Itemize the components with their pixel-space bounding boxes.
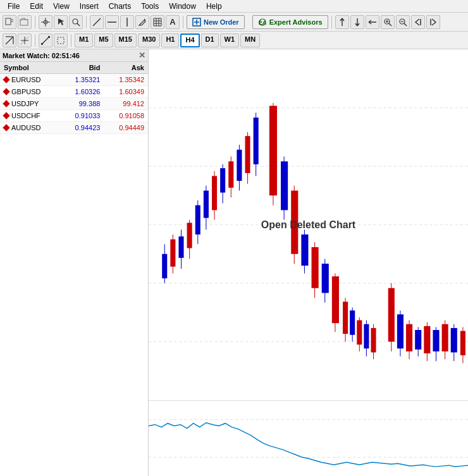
svg-line-39 [404, 23, 407, 26]
open-btn[interactable] [18, 15, 32, 29]
sep3 [183, 16, 183, 28]
ask-value: 1.35342 [104, 74, 148, 86]
svg-rect-97 [343, 302, 348, 334]
chart-nav-btn1[interactable] [335, 15, 349, 29]
bid-value: 0.94423 [60, 122, 104, 134]
tf-w1[interactable]: W1 [220, 34, 240, 47]
col-bid: Bid [60, 62, 104, 74]
bid-value: 1.35321 [60, 74, 104, 86]
main-content: Market Watch: 02:51:46 ✕ Symbol Bid Ask … [0, 49, 468, 476]
grid-btn[interactable] [151, 15, 164, 29]
menu-help[interactable]: Help [201, 1, 227, 12]
sep6 [71, 34, 71, 47]
symbol-icon [3, 112, 9, 119]
sep5 [35, 34, 35, 47]
chart-scroll-right[interactable] [426, 15, 440, 29]
menu-charts[interactable]: Charts [104, 1, 136, 12]
tf-mn[interactable]: MN [240, 34, 260, 47]
svg-rect-107 [388, 288, 395, 342]
line-btn[interactable] [90, 15, 104, 29]
svg-rect-63 [178, 236, 183, 258]
svg-text:EA: EA [258, 20, 266, 26]
svg-rect-123 [460, 331, 465, 356]
market-watch-title: Market Watch: 02:51:46 [3, 52, 80, 59]
chart-nav-btn2[interactable] [350, 15, 364, 29]
svg-rect-77 [237, 150, 242, 181]
cursor-btn[interactable] [3, 34, 16, 47]
symbol-name: USDCHF [11, 112, 40, 119]
menu-insert[interactable]: Insert [75, 1, 104, 12]
market-watch-row[interactable]: USDJPY 99.388 99.412 [0, 98, 148, 110]
chart-scroll-left[interactable] [411, 15, 425, 29]
chart-main[interactable]: Open Deleted Chart [149, 49, 468, 400]
zoom-btn[interactable] [69, 15, 83, 29]
svg-line-43 [6, 37, 13, 44]
market-watch-row[interactable]: AUDUSD 0.94423 0.94449 [0, 122, 148, 134]
trendline-btn[interactable] [39, 34, 52, 47]
menu-edit[interactable]: Edit [25, 1, 48, 12]
zoom-in-btn[interactable] [381, 15, 395, 29]
menu-bar: File Edit View Insert Charts Tools Windo… [0, 0, 468, 13]
svg-rect-117 [433, 330, 439, 351]
col-symbol: Symbol [0, 62, 60, 74]
svg-rect-95 [332, 276, 339, 323]
zoom-out-btn[interactable] [396, 15, 410, 29]
select-btn[interactable] [54, 34, 68, 47]
expert-advisors-button[interactable]: EA Expert Advisors [252, 15, 328, 29]
symbol-name: EURUSD [11, 76, 40, 83]
menu-window[interactable]: Window [164, 1, 201, 12]
market-watch-row[interactable]: USDCHF 0.91033 0.91058 [0, 110, 148, 122]
new-order-button[interactable]: New Order [187, 15, 245, 29]
market-watch-row[interactable]: GBPUSD 1.60326 1.60349 [0, 86, 148, 98]
new-chart-btn[interactable] [3, 15, 16, 29]
svg-rect-121 [451, 328, 457, 353]
svg-line-35 [389, 23, 391, 26]
svg-rect-85 [281, 161, 288, 210]
market-watch-header: Market Watch: 02:51:46 ✕ [0, 49, 148, 62]
plus-cursor-btn[interactable] [18, 34, 32, 47]
svg-rect-115 [424, 326, 430, 353]
crosshair-btn[interactable] [39, 15, 52, 29]
tf-m15[interactable]: M15 [114, 34, 137, 47]
svg-line-8 [77, 23, 80, 26]
svg-rect-67 [195, 205, 200, 235]
chart-sub [149, 400, 468, 476]
menu-file[interactable]: File [3, 1, 25, 12]
svg-rect-61 [170, 240, 175, 267]
svg-rect-69 [204, 191, 209, 218]
vline-btn[interactable] [120, 15, 134, 29]
tf-m30[interactable]: M30 [138, 34, 160, 47]
expert-advisors-label: Expert Advisors [269, 18, 323, 26]
hline-btn[interactable] [105, 15, 119, 29]
svg-rect-99 [350, 310, 355, 335]
pen-btn[interactable] [135, 15, 149, 29]
svg-rect-59 [162, 254, 167, 279]
market-watch-panel: Market Watch: 02:51:46 ✕ Symbol Bid Ask … [0, 49, 149, 476]
col-ask: Ask [104, 62, 148, 74]
symbol-name: USDJPY [11, 100, 39, 107]
tf-m1[interactable]: M1 [75, 34, 93, 47]
market-watch-row[interactable]: EURUSD 1.35321 1.35342 [0, 74, 148, 86]
bid-value: 1.60326 [60, 86, 104, 98]
text-btn[interactable]: A [166, 15, 180, 29]
tf-h1[interactable]: H1 [161, 34, 179, 47]
menu-view[interactable]: View [48, 1, 75, 12]
svg-rect-87 [291, 191, 298, 254]
tf-h4[interactable]: H4 [180, 34, 199, 47]
tf-d1[interactable]: D1 [201, 34, 219, 47]
menu-tools[interactable]: Tools [136, 1, 164, 12]
sep2 [86, 16, 87, 28]
chart-nav-btn3[interactable] [366, 15, 379, 29]
svg-rect-89 [301, 235, 308, 265]
market-watch-close[interactable]: ✕ [139, 51, 145, 60]
arrow-btn[interactable] [54, 15, 68, 29]
symbol-name: AUDUSD [11, 124, 40, 131]
svg-rect-79 [245, 136, 250, 173]
svg-rect-101 [357, 320, 362, 345]
bid-value: 0.91033 [60, 110, 104, 122]
symbol-icon [3, 124, 9, 131]
symbol-icon [3, 76, 9, 83]
symbol-cell: USDCHF [0, 110, 60, 122]
tf-m5[interactable]: M5 [94, 34, 113, 47]
toolbar-1: A New Order EA Expert Advisors [0, 13, 468, 32]
